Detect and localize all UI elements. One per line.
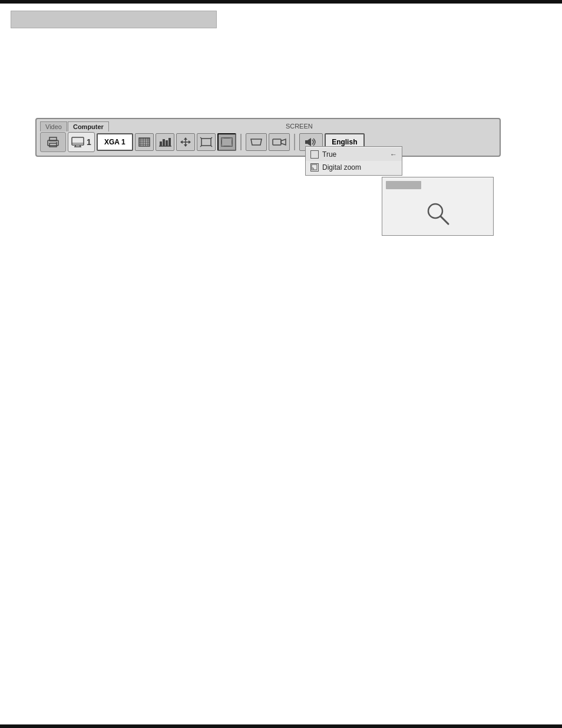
svg-line-33	[200, 146, 201, 147]
true-item-label: True	[322, 150, 336, 159]
tab-computer[interactable]: Computer	[68, 121, 109, 131]
svg-line-31	[200, 137, 201, 139]
printer-icon	[47, 137, 59, 147]
true-item-icon	[310, 150, 319, 159]
zoom-popup-body	[386, 195, 490, 232]
bar-chart-icon	[158, 137, 171, 147]
svg-marker-38	[222, 144, 224, 146]
move-button[interactable]	[176, 133, 195, 151]
svg-rect-18	[160, 141, 162, 146]
xga-dropdown[interactable]: XGA 1	[97, 133, 133, 151]
svg-marker-39	[230, 144, 232, 146]
toolbar: Video Computer SCREEN 1	[35, 118, 501, 157]
svg-rect-20	[166, 140, 168, 146]
svg-rect-4	[72, 137, 84, 145]
computer-number: 1	[87, 137, 91, 147]
separator-2	[294, 134, 295, 150]
separator	[240, 134, 242, 150]
svg-rect-41	[273, 139, 281, 145]
monitor-icon	[71, 137, 84, 147]
keystone-button[interactable]	[197, 133, 216, 151]
video-button[interactable]	[40, 132, 66, 152]
header-box	[11, 11, 217, 28]
top-border	[0, 0, 562, 4]
screen-button[interactable]	[217, 133, 236, 151]
arrow-icon: ←	[390, 150, 397, 159]
trapezoid-button[interactable]	[246, 133, 267, 151]
camera-button[interactable]	[269, 133, 290, 151]
xga-label: XGA 1	[104, 138, 125, 146]
svg-rect-29	[201, 139, 211, 146]
svg-marker-25	[184, 137, 187, 140]
tab-row: Video Computer SCREEN	[40, 121, 496, 131]
computer-section: 1	[68, 132, 95, 152]
svg-line-48	[441, 216, 448, 224]
camera-icon	[272, 137, 287, 147]
svg-point-3	[56, 142, 57, 143]
bottom-border	[0, 724, 562, 728]
screen-label: SCREEN	[286, 123, 313, 131]
svg-marker-43	[305, 138, 311, 146]
zoom-popup	[382, 177, 494, 236]
svg-rect-44	[312, 164, 317, 170]
tab-video-label: Video	[45, 123, 62, 130]
image-quality-button[interactable]	[135, 133, 154, 151]
svg-marker-37	[230, 138, 232, 140]
toolbar-row: 1 XGA 1	[40, 131, 496, 153]
svg-rect-2	[49, 143, 57, 147]
svg-marker-36	[222, 138, 224, 140]
svg-line-34	[211, 146, 212, 147]
english-label: English	[332, 138, 357, 146]
digital-zoom-icon	[310, 163, 319, 172]
trapezoid-icon	[249, 137, 264, 147]
svg-marker-40	[251, 139, 262, 145]
svg-marker-42	[281, 139, 286, 145]
dropdown-item-digital-zoom[interactable]: Digital zoom	[306, 161, 402, 174]
zoom-popup-header-bar	[386, 181, 421, 189]
tab-computer-label: Computer	[73, 123, 104, 130]
bar-chart-button[interactable]	[156, 133, 174, 151]
svg-marker-26	[184, 144, 187, 147]
move-icon	[179, 137, 192, 147]
svg-rect-19	[163, 139, 165, 146]
keystone-icon	[200, 137, 213, 147]
svg-rect-21	[168, 138, 171, 146]
digital-zoom-label: Digital zoom	[322, 163, 361, 172]
svg-marker-28	[189, 140, 191, 144]
dropdown-item-true[interactable]: True ←	[306, 148, 402, 161]
magnifier-icon	[425, 200, 451, 226]
screen-dropdown: True ← Digital zoom	[305, 146, 402, 176]
svg-marker-27	[180, 140, 183, 144]
screen-icon	[220, 137, 233, 147]
tab-video[interactable]: Video	[40, 121, 67, 131]
svg-line-32	[211, 137, 212, 139]
image-quality-icon	[138, 137, 151, 147]
svg-rect-35	[222, 138, 232, 146]
